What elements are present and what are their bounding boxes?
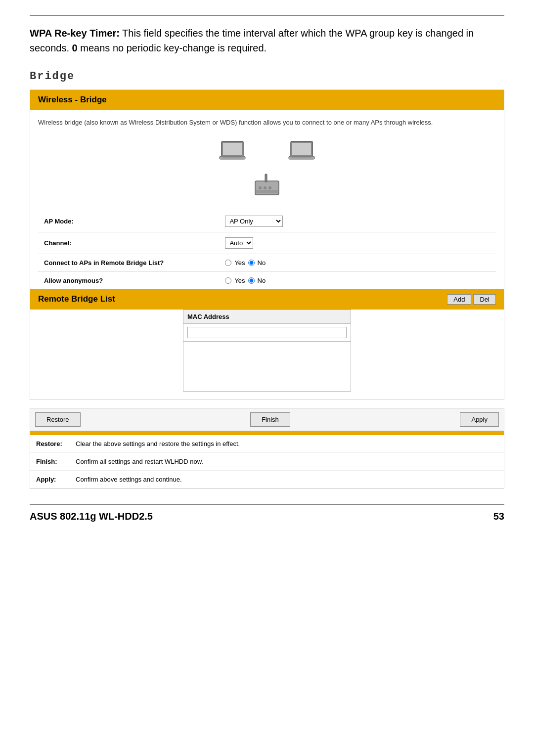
mac-input-row xyxy=(183,324,351,342)
description-table: Restore: Clear the above settings and re… xyxy=(30,435,504,489)
router-svg xyxy=(251,171,283,201)
svg-point-10 xyxy=(259,186,262,189)
connect-ap-yes-label: Yes xyxy=(234,259,245,267)
finish-term: Finish: xyxy=(30,452,70,470)
allow-anon-yes-label: Yes xyxy=(234,277,245,284)
laptop-left-icon xyxy=(218,140,247,164)
remote-bridge-buttons: Add Del xyxy=(447,294,496,305)
router-diagram-row xyxy=(38,171,496,201)
ap-mode-row: AP Mode: AP Only Hybrid Wireless Client xyxy=(38,211,496,232)
wireless-bridge-title: Wireless - Bridge xyxy=(38,95,107,104)
footer-title: ASUS 802.11g WL-HDD2.5 xyxy=(30,511,153,522)
mac-address-header: MAC Address xyxy=(183,310,351,324)
mac-address-input[interactable] xyxy=(187,327,347,338)
apply-desc-row: Apply: Confirm above settings and contin… xyxy=(30,470,504,488)
svg-rect-1 xyxy=(223,143,242,155)
ap-mode-label: AP Mode: xyxy=(38,211,221,232)
restore-def: Clear the above settings and restore the… xyxy=(70,435,504,453)
wpa-zero: 0 xyxy=(72,43,78,53)
footer-row: ASUS 802.11g WL-HDD2.5 53 xyxy=(30,511,504,522)
laptop-right-icon xyxy=(287,140,316,164)
restore-term: Restore: xyxy=(30,435,70,453)
laptop-right-svg xyxy=(287,140,316,164)
finish-desc-row: Finish: Confirm all settings and restart… xyxy=(30,452,504,470)
connect-ap-radio-group: Yes No xyxy=(225,259,492,267)
restore-desc-row: Restore: Clear the above settings and re… xyxy=(30,435,504,453)
connect-ap-yes-radio[interactable] xyxy=(225,260,231,266)
allow-anon-value: Yes No xyxy=(221,271,496,289)
allow-anon-label: Allow anonymous? xyxy=(38,271,221,289)
wpa-text2: means no periodic key-change is required… xyxy=(78,43,267,53)
del-button[interactable]: Del xyxy=(473,294,496,305)
bottom-panel: Restore Finish Apply Restore: Clear the … xyxy=(30,408,504,489)
svg-rect-7 xyxy=(292,157,312,158)
mac-list-area xyxy=(183,342,351,391)
connect-ap-no-label: No xyxy=(258,259,266,267)
allow-anon-no-label: No xyxy=(258,277,266,284)
allow-anon-yes-radio[interactable] xyxy=(225,277,231,284)
finish-button[interactable]: Finish xyxy=(250,412,290,427)
remote-bridge-title: Remote Bridge List xyxy=(38,294,115,304)
allow-anon-radio-group: Yes No xyxy=(225,277,492,284)
bridge-heading: Bridge xyxy=(30,70,504,83)
wireless-bridge-header: Wireless - Bridge xyxy=(30,90,504,110)
svg-rect-3 xyxy=(222,157,242,158)
bottom-buttons-row: Restore Finish Apply xyxy=(30,408,504,431)
allow-anon-row: Allow anonymous? Yes No xyxy=(38,271,496,289)
page-wrapper: WPA Re-key Timer: This field specifies t… xyxy=(0,0,534,756)
finish-def: Confirm all settings and restart WLHDD n… xyxy=(70,452,504,470)
mac-table-wrapper: MAC Address xyxy=(183,310,351,392)
apply-def: Confirm above settings and continue. xyxy=(70,470,504,488)
allow-anon-no-radio[interactable] xyxy=(248,277,255,284)
laptop-left-svg xyxy=(218,140,247,164)
channel-label: Channel: xyxy=(38,232,221,254)
channel-select[interactable]: Auto 1 2 xyxy=(225,237,253,249)
connect-ap-value: Yes No xyxy=(221,254,496,271)
ap-mode-select[interactable]: AP Only Hybrid Wireless Client xyxy=(225,216,283,227)
svg-point-11 xyxy=(264,186,267,189)
network-diagram xyxy=(38,135,496,169)
footer-page: 53 xyxy=(493,511,504,522)
svg-rect-13 xyxy=(256,190,278,193)
wireless-bridge-panel: Wireless - Bridge Wireless bridge (also … xyxy=(30,89,504,400)
apply-button[interactable]: Apply xyxy=(460,412,499,427)
yellow-accent-bar xyxy=(30,431,504,435)
wpa-description: WPA Re-key Timer: This field specifies t… xyxy=(30,26,504,55)
apply-term: Apply: xyxy=(30,470,70,488)
restore-button[interactable]: Restore xyxy=(35,412,81,427)
connect-ap-no-radio[interactable] xyxy=(248,260,255,266)
svg-rect-5 xyxy=(292,143,311,155)
remote-bridge-header: Remote Bridge List Add Del xyxy=(30,289,504,310)
add-button[interactable]: Add xyxy=(447,294,471,305)
mac-address-section: MAC Address xyxy=(30,310,504,400)
connect-ap-row: Connect to APs in Remote Bridge List? Ye… xyxy=(38,254,496,271)
connect-ap-label: Connect to APs in Remote Bridge List? xyxy=(38,254,221,271)
channel-value: Auto 1 2 xyxy=(221,232,496,254)
channel-row: Channel: Auto 1 2 xyxy=(38,232,496,254)
wpa-bold-label: WPA Re-key Timer: xyxy=(30,28,120,39)
ap-mode-value: AP Only Hybrid Wireless Client xyxy=(221,211,496,232)
top-border xyxy=(30,15,504,16)
svg-rect-9 xyxy=(265,174,267,182)
panel-description: Wireless bridge (also known as Wireless … xyxy=(38,118,496,128)
panel-body: Wireless bridge (also known as Wireless … xyxy=(30,110,504,289)
bottom-border xyxy=(30,504,504,505)
svg-point-12 xyxy=(268,186,271,189)
form-table: AP Mode: AP Only Hybrid Wireless Client … xyxy=(38,211,496,289)
